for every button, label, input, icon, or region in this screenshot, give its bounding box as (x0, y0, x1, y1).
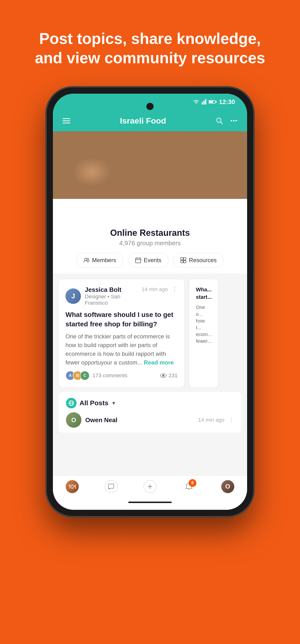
wifi-icon (193, 100, 199, 104)
post-time: 14 min ago (142, 286, 168, 292)
resources-label: Resources (189, 257, 217, 264)
all-posts-dropdown-icon[interactable]: ▼ (111, 400, 116, 406)
members-button[interactable]: Members (76, 253, 123, 268)
search-icon[interactable] (216, 117, 223, 124)
svg-point-6 (87, 258, 89, 260)
views-number: 231 (169, 372, 178, 379)
home-indicator-container (53, 502, 247, 510)
nav-icons (216, 117, 237, 124)
svg-rect-7 (136, 258, 141, 263)
profile-section: Online Restaurants 4,976 group members M… (53, 199, 247, 274)
post-card-partial: Wha...start... One o...how t...ecom...fe… (189, 279, 218, 387)
status-time: 12:30 (219, 98, 235, 106)
nav-title: Israeli Food (120, 116, 166, 126)
post-more-icon[interactable]: ⋮ (172, 286, 178, 293)
profile-icon: O (221, 480, 234, 493)
svg-rect-14 (184, 260, 186, 263)
hero-text: Post topics, share knowledge, and view c… (0, 0, 300, 87)
hamburger-menu-icon[interactable] (63, 118, 70, 123)
group-name: Online Restaurants (110, 228, 190, 238)
post-user-role: Designer • San Fransisco (85, 294, 142, 306)
commenter-avatar-3: C (80, 371, 90, 380)
posts-section: J Jessica Bolt Designer • San Fransisco … (53, 274, 247, 476)
partial-post-body: One o...how t...ecom...fewer... (196, 304, 211, 344)
post-user-name: Jessica Bolt (85, 286, 142, 294)
events-button[interactable]: Events (128, 253, 168, 268)
group-members: 4,976 group members (119, 240, 181, 247)
nav-add[interactable] (143, 480, 157, 493)
svg-line-1 (220, 122, 222, 124)
nav-profile[interactable]: O (221, 480, 234, 493)
views-icon (160, 373, 167, 378)
battery-icon (209, 100, 217, 104)
phone-frame: 12:30 Israeli Food (46, 87, 254, 516)
chat-icon (105, 480, 118, 493)
add-icon (143, 480, 157, 493)
camera-cutout (146, 103, 154, 110)
banner-food-image (53, 131, 247, 199)
signal-icon (202, 99, 206, 104)
globe-icon (66, 398, 77, 408)
post-user: J Jessica Bolt Designer • San Fransisco (66, 286, 142, 306)
post-footer: A B C 173 comments (66, 371, 178, 380)
next-post-user-name: Owen Neal (85, 416, 117, 424)
next-post-info: Owen Neal (85, 416, 117, 424)
resources-icon (180, 257, 186, 263)
members-label: Members (92, 257, 116, 264)
status-icons: 12:30 (193, 98, 235, 106)
phone-screen: 12:30 Israeli Food (53, 94, 247, 510)
all-posts-row[interactable]: All Posts ▼ (59, 392, 241, 412)
notification-badge: 8 (189, 479, 196, 487)
view-count: 231 (160, 372, 178, 379)
svg-rect-12 (184, 258, 186, 260)
phone-mockup: 12:30 Israeli Food (46, 87, 254, 516)
nav-home[interactable]: 🍽 (66, 480, 79, 493)
nav-chat[interactable] (105, 480, 118, 493)
next-post-avatar: O (66, 412, 81, 428)
add-svg (146, 483, 154, 490)
commenter-avatars: A B C (66, 371, 90, 380)
svg-rect-13 (181, 260, 183, 263)
svg-point-16 (162, 374, 164, 376)
post-title: What software should I use to get starte… (66, 310, 178, 329)
profile-avatar-img: O (221, 480, 234, 493)
next-post-more-icon[interactable]: ⋮ (228, 416, 234, 424)
all-posts-label: All Posts (80, 399, 108, 407)
post-user-info: Jessica Bolt Designer • San Fransisco (85, 286, 142, 306)
comments-count: 173 comments (93, 372, 127, 379)
nav-bar: Israeli Food (53, 110, 247, 131)
post-card-main: J Jessica Bolt Designer • San Fransisco … (59, 279, 184, 387)
post-user-avatar: J (66, 288, 81, 304)
svg-point-2 (231, 120, 232, 122)
members-icon (83, 257, 90, 263)
post-body: One of the trickier parts of ecommerce i… (66, 332, 178, 367)
nav-notifications[interactable]: 8 (182, 480, 195, 493)
svg-point-3 (233, 120, 234, 122)
more-options-icon[interactable] (230, 117, 237, 124)
next-post-avatar-img: O (66, 412, 81, 428)
partial-post-title: Wha...start... (196, 286, 211, 301)
post-header: J Jessica Bolt Designer • San Fransisco … (66, 286, 178, 306)
group-banner: 🍲 (53, 131, 247, 199)
svg-point-5 (85, 258, 87, 260)
bottom-navigation: 🍽 (53, 476, 247, 502)
post-commenters: A B C 173 comments (66, 371, 127, 380)
resources-button[interactable]: Resources (173, 253, 224, 268)
read-more-link[interactable]: Read more (144, 359, 174, 366)
calendar-icon (135, 257, 141, 263)
posts-horizontal-scroll[interactable]: J Jessica Bolt Designer • San Fransisco … (53, 274, 247, 387)
svg-point-4 (235, 120, 237, 122)
next-post-time: 14 min ago (198, 417, 224, 423)
home-indicator (128, 502, 172, 503)
chat-svg (108, 483, 115, 490)
globe-svg (68, 400, 74, 406)
post-user-avatar-img: J (66, 288, 81, 304)
action-buttons: Members Events Resources (76, 253, 224, 268)
next-post-preview: O Owen Neal 14 min ago ⋮ (59, 412, 241, 432)
svg-rect-11 (181, 258, 183, 260)
food-home-icon: 🍽 (66, 480, 79, 493)
events-label: Events (144, 257, 161, 264)
